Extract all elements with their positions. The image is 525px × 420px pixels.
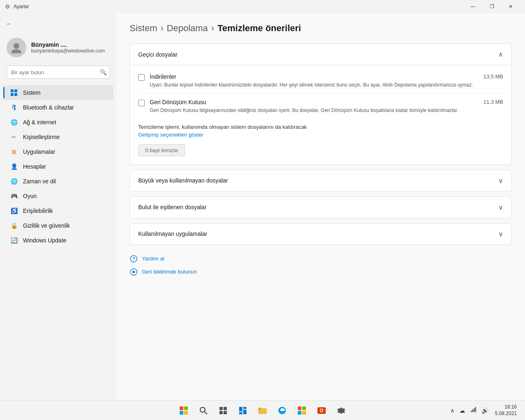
- gizlilik-icon: 🔒: [10, 221, 18, 230]
- back-button[interactable]: ←: [3, 18, 15, 30]
- breadcrumb-depolama: Depolama: [167, 23, 208, 34]
- sidebar-item-gizlilik[interactable]: 🔒 Gizlilik ve güvenlik: [3, 218, 113, 233]
- indirilenler-size: 13,5 MB: [484, 73, 503, 80]
- svg-rect-31: [302, 411, 306, 415]
- section-gecici-header[interactable]: Geçici dosyalar ∧: [130, 44, 511, 65]
- geri-bildirim-link-item: Geri bildirimde bulunun: [130, 268, 512, 276]
- svg-rect-28: [298, 406, 301, 410]
- taskbar-search-button[interactable]: [194, 402, 212, 420]
- system-clock[interactable]: 16:16 5.08.2021: [495, 404, 517, 417]
- clock-date: 5.08.2021: [495, 411, 517, 417]
- erisim-icon: ♿: [10, 207, 18, 215]
- sidebar-item-update[interactable]: 🔄 Windows Update: [3, 233, 113, 248]
- clock-time: 16:16: [504, 404, 517, 411]
- svg-point-0: [14, 43, 19, 49]
- page-title: Temizleme önerileri: [217, 23, 301, 34]
- hesaplar-icon: 👤: [10, 162, 18, 171]
- svg-rect-20: [239, 407, 242, 411]
- user-email: bunyaminkaya@windowslive.com: [31, 48, 110, 54]
- title-bar-left: ⚙ Ayarlar: [5, 3, 29, 10]
- section-gecici-body: İndirilenler 13,5 MB Uyarı: Bunlar kişis…: [130, 65, 511, 164]
- window-controls: — ❐ ✕: [463, 0, 520, 13]
- taskview-button[interactable]: [214, 402, 232, 420]
- geri-bildirim-link[interactable]: Geri bildirimde bulunun: [142, 269, 197, 275]
- user-info: Bünyamin .... bunyaminkaya@windowslive.c…: [31, 41, 110, 54]
- section-bulut-header[interactable]: Bulut ile eşitlenen dosyalar ∨: [130, 197, 511, 218]
- clean-button[interactable]: 0 bayt temizle: [138, 144, 185, 156]
- title-bar: ⚙ Ayarlar — ❐ ✕: [0, 0, 525, 13]
- sidebar-item-label: Windows Update: [23, 237, 107, 244]
- svg-rect-23: [243, 410, 247, 414]
- file-explorer-button[interactable]: [253, 402, 272, 420]
- network-tray-icon[interactable]: [468, 405, 478, 416]
- svg-rect-30: [298, 411, 301, 415]
- cloud-icon[interactable]: ☁: [458, 406, 467, 415]
- sidebar-item-label: Sistem: [23, 89, 107, 96]
- section-buyuk-title: Büyük veya kullanılmayan dosyalar: [138, 177, 228, 184]
- minimize-button[interactable]: —: [463, 0, 482, 13]
- office-button[interactable]: O: [313, 402, 331, 420]
- update-icon: 🔄: [10, 236, 18, 244]
- svg-point-9: [132, 271, 135, 273]
- settings-gear-icon: ⚙: [5, 3, 10, 10]
- section-bulut-title: Bulut ile eşitlenen dosyalar: [138, 204, 207, 210]
- sound-icon[interactable]: 🔊: [480, 406, 490, 415]
- file-item-indirilenler: İndirilenler 13,5 MB Uyarı: Bunlar kişis…: [138, 68, 503, 94]
- tray-chevron-icon[interactable]: ∧: [449, 406, 456, 415]
- start-button[interactable]: [175, 402, 193, 420]
- search-box: 🔍: [7, 66, 110, 79]
- sidebar-item-erisim[interactable]: ♿ Erişilebilirlik: [3, 203, 113, 218]
- search-input[interactable]: [7, 66, 110, 79]
- zaman-icon: 🌐: [10, 177, 18, 185]
- svg-rect-5: [14, 93, 17, 96]
- store-button[interactable]: [293, 402, 311, 420]
- indirilenler-checkbox[interactable]: [138, 74, 145, 81]
- svg-rect-29: [302, 406, 306, 410]
- sidebar-item-sistem[interactable]: Sistem: [3, 85, 113, 100]
- user-name: Bünyamin ....: [31, 41, 110, 48]
- chevron-down-icon: ∨: [498, 203, 503, 211]
- sidebar-item-oyun[interactable]: 🎮 Oyun: [3, 189, 113, 203]
- edge-button[interactable]: [273, 402, 291, 420]
- chevron-down-icon: ∨: [498, 230, 503, 238]
- avatar: [7, 38, 26, 57]
- widgets-button[interactable]: [234, 402, 252, 420]
- taskbar-settings-button[interactable]: [332, 402, 350, 420]
- svg-line-15: [205, 412, 207, 414]
- geri-donusum-name: Geri Dönüşüm Kutusu: [150, 99, 206, 105]
- section-gecici-title: Geçici dosyalar: [138, 51, 178, 58]
- sidebar-item-zaman[interactable]: 🌐 Zaman ve dil: [3, 174, 113, 189]
- chevron-up-icon: ∧: [498, 50, 503, 58]
- section-buyuk-header[interactable]: Büyük veya kullanılmayan dosyalar ∨: [130, 170, 511, 191]
- sidebar-item-bluetooth[interactable]: Bluetooth & cihazlar: [3, 100, 113, 115]
- sidebar-item-hesaplar[interactable]: 👤 Hesaplar: [3, 159, 113, 174]
- user-section: Bünyamin .... bunyaminkaya@windowslive.c…: [0, 33, 116, 66]
- window-title: Ayarlar: [14, 4, 29, 9]
- svg-point-14: [200, 407, 205, 412]
- svg-rect-35: [471, 411, 472, 412]
- taskbar-center: O: [175, 402, 350, 420]
- taskbar: O ∧ ☁ 🔊 16:16: [0, 400, 525, 420]
- sidebar-item-uygulamalar[interactable]: ⊞ Uygulamalar: [3, 144, 113, 159]
- chevron-down-icon: ∨: [498, 177, 503, 185]
- cleanup-link[interactable]: Gelişmiş seçenekleri göster: [138, 132, 503, 138]
- indirilenler-desc: Uyarı: Bunlar kişisel İndirilenler klasö…: [150, 82, 503, 89]
- close-button[interactable]: ✕: [501, 0, 520, 13]
- svg-rect-19: [224, 411, 227, 414]
- taskbar-right: ∧ ☁ 🔊 16:16 5.08.2021: [449, 404, 520, 417]
- sidebar-item-kisisel[interactable]: ✏ Kişiselleştirme: [3, 130, 113, 144]
- svg-rect-4: [11, 93, 14, 96]
- svg-rect-16: [219, 407, 223, 410]
- section-kullanilmayan-title: Kullanılmayan uygulamalar: [138, 231, 207, 237]
- svg-text:?: ?: [132, 257, 135, 261]
- sidebar-item-network[interactable]: 🌐 Ağ & internet: [3, 115, 113, 130]
- svg-rect-11: [184, 406, 188, 410]
- maximize-button[interactable]: ❐: [482, 0, 501, 13]
- sidebar-item-label: Uygulamalar: [23, 148, 107, 155]
- section-kullanilmayan-header[interactable]: Kullanılmayan uygulamalar ∨: [130, 224, 511, 244]
- sidebar-item-label: Bluetooth & cihazlar: [23, 104, 107, 111]
- yardim-link[interactable]: Yardım al: [142, 256, 164, 262]
- section-bulut: Bulut ile eşitlenen dosyalar ∨: [130, 196, 512, 218]
- geri-donusum-checkbox[interactable]: [138, 100, 145, 106]
- section-buyuk: Büyük veya kullanılmayan dosyalar ∨: [130, 170, 512, 192]
